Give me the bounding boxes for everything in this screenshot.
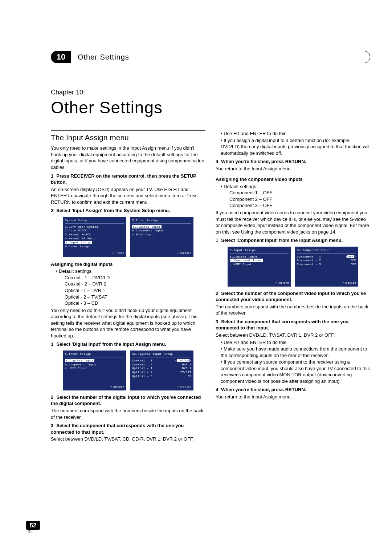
- subheading-component-inputs: Assigning the component video inputs: [216, 176, 370, 183]
- step-number: 4: [216, 387, 218, 392]
- step-text: Press RECEIVER on the remote control, th…: [51, 173, 196, 185]
- chapter-tab: 10 Other Settings: [51, 51, 370, 63]
- page-title: Other Settings: [51, 98, 370, 117]
- list-item: Make sure you have made audio connection…: [221, 346, 370, 358]
- osd-line: 6.Other Setup: [65, 245, 124, 249]
- osd-row: Component - 3OFF: [297, 263, 356, 267]
- list-item: Use H I and ENTER to do this.: [221, 339, 370, 346]
- osd-line: 1.Surr Back System: [65, 225, 124, 229]
- osd-line: a.Digital Input: [132, 225, 191, 229]
- default-line: Optical - 2 – TV/SAT: [65, 294, 205, 300]
- left-column: The Input Assign menu You only need to m…: [51, 130, 205, 442]
- subheading-digital-inputs: Assigning the digital inputs: [51, 261, 205, 268]
- right-arrow-icon: [354, 255, 356, 258]
- osd-line: a.Digital Input: [230, 255, 289, 259]
- page-number-badge: 52 En: [26, 522, 40, 533]
- chapter-prefix: Chapter 10:: [51, 89, 370, 96]
- osd-line: 2.Auto MCACC: [65, 229, 124, 233]
- list-item: Use H I and ENTER to do this.: [221, 130, 370, 137]
- osd-line: 5.Input Assign: [65, 241, 124, 245]
- osd-line: 4.Manual SP Setup: [65, 237, 124, 241]
- default-line: Component 2 – OFF: [229, 196, 370, 203]
- osd-row: Coaxial - 2DVR 2: [132, 363, 191, 367]
- default-line: Component 1 – OFF: [229, 190, 370, 196]
- list-item: If you connect any source component to t…: [221, 359, 370, 384]
- osd-footer: :Return: [275, 281, 289, 285]
- osd-row: Component - 2OFF: [297, 259, 356, 263]
- section-heading-input-assign: The Input Assign menu: [51, 133, 205, 143]
- step-number: 1: [216, 238, 218, 243]
- osd-input-assign: 5.Input Assign a.Digital Input b.Compone…: [228, 247, 291, 287]
- step-body: An on-screen display (OSD) appears on yo…: [51, 186, 205, 206]
- step-body: Select between DVD/LD, TV/SAT, CD, CD-R,…: [51, 436, 205, 442]
- right-arrow-icon: [189, 359, 191, 362]
- osd-footer: : Exit: [112, 252, 124, 255]
- default-line: Coaxial - 1 – DVD/LD: [65, 275, 205, 281]
- chapter-tab-label: Other Settings: [71, 51, 370, 63]
- step-body: The numbers correspond with the numbers …: [216, 304, 370, 316]
- osd-digital-input-setup: 5a.Digital Input Setup Coaxial - 1DVD/LD…: [130, 351, 193, 390]
- default-line: Optical - 1 – DVR 1: [65, 287, 205, 294]
- osd-line: b.Component Input: [132, 229, 191, 233]
- step-number: 3: [51, 423, 53, 428]
- step-number: 2: [216, 291, 218, 296]
- osd-footer: :Return: [177, 252, 191, 255]
- osd-footer: :Finish: [342, 281, 356, 285]
- step-text: When you're finished, press RETURN.: [221, 159, 306, 164]
- osd-input-assign: 5.Input Assign a.Digital Input b.Compone…: [130, 217, 193, 257]
- list-item: Default settings: Coaxial - 1 – DVD/LD C…: [56, 268, 205, 306]
- step-text: When you're finished, press RETURN.: [221, 387, 306, 392]
- osd-title: 5.Input Assign: [230, 248, 289, 254]
- osd-line: c.HDMI Input: [230, 263, 289, 267]
- list-item: Default settings: Component 1 – OFF Comp…: [221, 183, 370, 209]
- step-number: 2: [51, 394, 53, 400]
- step-text: Select the number of the digital input t…: [51, 394, 201, 406]
- step-text: Select the number of the component video…: [216, 291, 366, 303]
- chapter-number-badge: 10: [51, 51, 71, 63]
- default-line: Coaxial - 2 – DVR 2: [65, 281, 205, 287]
- section-rule: [51, 130, 205, 131]
- paragraph: If you used component video cords to con…: [216, 210, 370, 235]
- default-line: Component 3 – OFF: [229, 202, 370, 209]
- step-text: Select the component that corresponds wi…: [51, 423, 184, 435]
- step-body: The numbers correspond with the numbers …: [51, 408, 205, 420]
- default-line: Optical - 3 – CD: [65, 300, 205, 307]
- step-number: 4: [216, 159, 218, 164]
- step-body: Select between DVD/LD, TV/SAT, DVR 1, DV…: [216, 332, 370, 339]
- osd-footer: :Finish: [177, 385, 191, 389]
- step-text: Select 'Component Input' from the Input …: [221, 238, 343, 243]
- osd-title: 5.Input Assign: [65, 352, 124, 357]
- osd-line: b.Component Input: [65, 363, 124, 367]
- osd-row: Optical - 1DVR 1: [132, 366, 191, 370]
- page-number: 52: [26, 521, 40, 530]
- step-text: Select the component that corresponds wi…: [216, 319, 348, 331]
- osd-line: c.HDMI Input: [65, 366, 124, 370]
- osd-row: Optical - 3CD: [132, 374, 191, 378]
- list-item: If you assign a digital input to a certa…: [221, 137, 370, 157]
- step-number: 3: [216, 319, 218, 324]
- osd-title: System Setup: [65, 219, 124, 224]
- osd-system-setup: System Setup 1.Surr Back System 2.Auto M…: [63, 217, 126, 257]
- osd-title: 5.Input Assign: [132, 219, 191, 224]
- step-number: 1: [51, 173, 53, 179]
- step-text: Select 'Input Assign' from the System Se…: [56, 208, 170, 213]
- step-number: 2: [51, 208, 53, 213]
- osd-input-assign: 5.Input Assign a.Digital Input b.Compone…: [63, 351, 126, 390]
- step-number: 1: [51, 341, 53, 347]
- intro-paragraph: You only need to make settings in the In…: [51, 145, 205, 170]
- page-language: En: [26, 530, 40, 533]
- osd-line: b.Component Input: [230, 259, 289, 263]
- step-body: You return to the Input Assign menu.: [216, 166, 370, 172]
- step-text: Select 'Digital Input' from the Input As…: [56, 341, 166, 347]
- right-column: Use H I and ENTER to do this. If you ass…: [216, 130, 370, 442]
- osd-footer: :Return: [110, 385, 124, 389]
- osd-row: Coaxial - 1DVD/LD: [132, 359, 191, 363]
- osd-component-input: 5b.Component Input Component - 1OFF Comp…: [295, 247, 358, 287]
- osd-row: Component - 1OFF: [297, 255, 356, 259]
- osd-row: Optical - 2TV/SAT: [132, 370, 191, 374]
- osd-title: 5a.Digital Input Setup: [132, 352, 191, 357]
- osd-line: 3.Manual MCACC: [65, 233, 124, 237]
- osd-line: a.Digital Input: [65, 359, 124, 363]
- paragraph: You only need to do this if you didn't h…: [51, 307, 205, 339]
- osd-title: 5b.Component Input: [297, 248, 356, 254]
